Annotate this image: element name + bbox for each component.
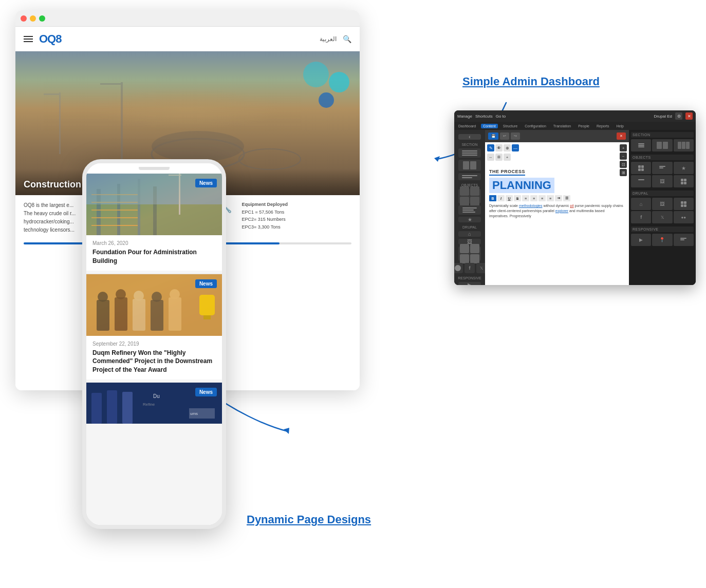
canvas-zoom-out[interactable]: −: [620, 153, 627, 160]
panel-layout-grid: [631, 139, 694, 151]
browser-dot-yellow[interactable]: [30, 15, 36, 22]
tab-configuration[interactable]: Configuration: [523, 124, 548, 128]
news-badge-3: News: [195, 388, 217, 396]
sidebar-grid-icon[interactable]: [458, 189, 481, 203]
justify-btn[interactable]: ≡: [547, 195, 554, 201]
duplicate-icon[interactable]: ⊕: [504, 144, 511, 151]
browser-dot-red[interactable]: [21, 15, 27, 22]
bold-btn[interactable]: B: [489, 195, 496, 201]
panel-drupal-fb[interactable]: f: [631, 211, 651, 223]
panel-resp-video[interactable]: ▶: [631, 234, 651, 246]
panel-section-layout: SECTION: [631, 132, 694, 151]
sidebar-back-btn[interactable]: ‹: [458, 134, 481, 140]
tab-content[interactable]: Content: [481, 124, 498, 128]
panel-drupal-home[interactable]: ⌂: [631, 198, 651, 210]
panel-layout-full[interactable]: [631, 139, 651, 151]
preview-icon[interactable]: 👁: [495, 144, 503, 151]
panel-object-grid[interactable]: [631, 162, 651, 174]
topbar-shortcuts[interactable]: Shortcuts: [475, 114, 493, 119]
sidebar-layout-full[interactable]: [458, 148, 481, 158]
toolbar-close-btn[interactable]: ✕: [617, 132, 626, 140]
panel-drupal-twitter[interactable]: 𝕏: [652, 211, 672, 223]
tab-dashboard[interactable]: Dashboard: [456, 124, 478, 128]
sidebar-text-icon[interactable]: [458, 205, 481, 215]
underline-btn[interactable]: U: [506, 195, 513, 201]
body-link-2[interactable]: pil: [570, 204, 574, 207]
edit-icon[interactable]: ✎: [487, 144, 494, 151]
card-2-image: News: [86, 274, 222, 336]
panel-layout-three[interactable]: [674, 139, 694, 151]
mobile-mockup: News March 26, 2020 Foundation Pour for …: [82, 159, 226, 529]
topbar-manage[interactable]: Manage: [457, 114, 472, 119]
sidebar-layout-wide[interactable]: [458, 173, 481, 180]
add-icon-btn[interactable]: +: [504, 154, 511, 161]
browser-titlebar: [15, 10, 360, 27]
move-icon[interactable]: ↔: [487, 154, 494, 161]
align-left-btn[interactable]: ≡: [522, 195, 529, 201]
tab-structure[interactable]: Structure: [501, 124, 519, 128]
panel-object-image[interactable]: 🖼: [652, 175, 672, 187]
align-right-btn[interactable]: ≡: [538, 195, 546, 201]
card-2-body: September 22, 2019 Duqm Refinery Won the…: [86, 336, 222, 380]
toolbar-undo-btn[interactable]: ↩: [500, 132, 509, 140]
panel-drupal-grid: ⌂ 🖼 f 𝕏: [631, 198, 694, 223]
oq8-logo[interactable]: OQ8: [39, 32, 61, 46]
arabic-language-link[interactable]: العربية: [320, 35, 337, 43]
canvas-zoom-in[interactable]: +: [620, 144, 627, 151]
canvas-fit[interactable]: ⊡: [620, 161, 627, 168]
topbar-goto[interactable]: Go to: [496, 114, 506, 119]
panel-drupal-img[interactable]: 🖼: [652, 198, 672, 210]
italic-btn[interactable]: I: [497, 195, 505, 201]
hamburger-menu[interactable]: [24, 36, 33, 42]
planning-text[interactable]: PLANNING: [489, 178, 554, 193]
panel-object-extra[interactable]: [674, 175, 694, 187]
panel-resp-embed[interactable]: [674, 234, 694, 246]
panel-drupal-label: DRUPAL: [631, 191, 694, 196]
tab-help[interactable]: Help: [615, 124, 626, 128]
panel-object-text[interactable]: [652, 162, 672, 174]
sidebar-video-icon[interactable]: ▶: [458, 282, 481, 285]
svg-rect-40: [107, 390, 117, 424]
sidebar-icon-object[interactable]: ★: [458, 217, 481, 222]
admin-close-icon[interactable]: ✕: [685, 112, 693, 120]
browser-dot-green[interactable]: [39, 15, 45, 22]
tab-people[interactable]: People: [576, 124, 591, 128]
sidebar-circle-icon[interactable]: [454, 263, 463, 273]
admin-main: 💾 ↩ ↪ ✕ + − ⊡ ⊞ ✎ 👁 ⊕: [485, 130, 629, 285]
panel-responsive-label: RESPONSIVE: [631, 226, 694, 232]
sidebar-facebook-icon[interactable]: f: [465, 263, 475, 273]
resize-icon[interactable]: ⊞: [495, 154, 503, 161]
indent-btn[interactable]: ⇥: [555, 195, 562, 201]
svg-rect-5: [100, 83, 123, 85]
edit-overlay-icons-2: ↔ ⊞ +: [487, 154, 511, 161]
sidebar-layout-two-col[interactable]: [458, 160, 481, 171]
news-badge-2: News: [195, 279, 217, 288]
canvas-grid[interactable]: ⊞: [620, 169, 627, 176]
panel-drupal-grid2[interactable]: [674, 198, 694, 210]
toolbar-redo-btn[interactable]: ↪: [511, 132, 520, 140]
body-link-3[interactable]: explorer: [555, 209, 568, 213]
panel-layout-two[interactable]: [652, 139, 672, 151]
sidebar-apps-icon[interactable]: [458, 246, 481, 261]
panel-object-icon[interactable]: ★: [674, 162, 694, 174]
tab-translation[interactable]: Translation: [551, 124, 573, 128]
canvas-content: THE PROCESS PLANNING B I U S ≡ ≡ ≡ ≡ ⇥: [489, 166, 625, 218]
align-center-btn[interactable]: ≡: [530, 195, 537, 201]
svg-marker-0: [434, 156, 440, 162]
news-badge-1: News: [195, 179, 217, 187]
body-link-1[interactable]: methodologies: [519, 204, 543, 207]
strikethrough-btn[interactable]: S: [514, 195, 521, 201]
sidebar-home-icon[interactable]: ⌂: [458, 231, 481, 237]
process-label: THE PROCESS: [489, 169, 525, 176]
svg-rect-22: [169, 175, 181, 176]
panel-drupal-extra[interactable]: ●●: [674, 211, 694, 223]
admin-settings-icon[interactable]: ⚙: [675, 112, 682, 120]
list-btn[interactable]: ☰: [563, 195, 570, 201]
panel-resp-map[interactable]: 📍: [652, 234, 672, 246]
tab-reports[interactable]: Reports: [594, 124, 611, 128]
svg-rect-41: [122, 392, 133, 424]
search-icon[interactable]: 🔍: [343, 35, 351, 43]
toolbar-save-btn[interactable]: 💾: [488, 132, 498, 140]
panel-object-wide[interactable]: [631, 175, 651, 187]
mobile-notch: [139, 167, 170, 170]
